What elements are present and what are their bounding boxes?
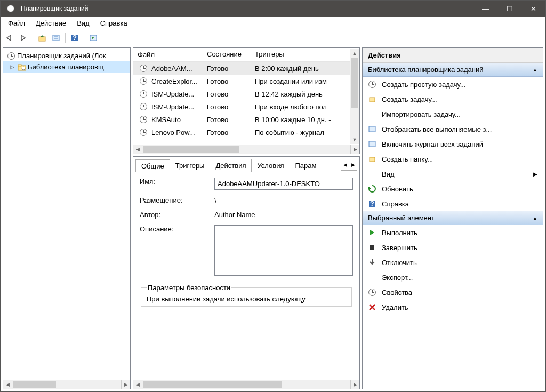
properties-button[interactable] — [50, 32, 62, 44]
tab-params[interactable]: Парам — [290, 159, 323, 172]
action-label: Создать задачу... — [382, 95, 537, 103]
svg-rect-1 — [53, 35, 59, 41]
menu-help[interactable]: Справка — [95, 17, 133, 29]
action-item[interactable]: Удалить — [363, 300, 543, 315]
actions-section-selected[interactable]: Выбранный элемент ▲ — [363, 211, 543, 225]
minimize-button[interactable]: ― — [473, 1, 497, 17]
window: Планировщик заданий ― ☐ ✕ Файл Действие … — [0, 0, 546, 392]
tab-actions[interactable]: Действия — [210, 159, 252, 172]
svg-rect-11 — [369, 126, 375, 132]
scroll-left-icon[interactable]: ◀ — [133, 380, 142, 389]
actions-section-library[interactable]: Библиотека планировщика заданий ▲ — [363, 63, 543, 77]
task-name: CreateExplor... — [151, 77, 197, 85]
tree: Планировщик заданий (Лок ▷ Библиотека пл… — [3, 48, 130, 380]
action-item[interactable]: ?Справка — [363, 196, 543, 211]
tab-spin: ◀ ▶ — [341, 159, 357, 172]
action-item[interactable]: Включить журнал всех заданий — [363, 137, 543, 151]
actions-header: Действия — [363, 48, 543, 63]
scroll-left-icon[interactable]: ◀ — [133, 145, 142, 154]
action-item[interactable]: Экспорт... — [363, 270, 543, 285]
task-trigger: В 10:00 каждые 10 дн. - — [251, 116, 359, 124]
col-state[interactable]: Состояние — [203, 48, 251, 61]
maximize-button[interactable]: ☐ — [497, 1, 521, 17]
menu-file[interactable]: Файл — [3, 17, 30, 29]
action-label: Справка — [382, 200, 537, 208]
clock-icon — [139, 102, 148, 111]
task-row[interactable]: KMSAutoГотовоВ 10:00 каждые 10 дн. - — [133, 113, 359, 126]
action-icon: ? — [368, 199, 376, 208]
tree-library[interactable]: ▷ Библиотека планировщ — [3, 61, 130, 73]
tree-root[interactable]: Планировщик заданий (Лок — [3, 50, 130, 61]
task-name: ISM-Update... — [151, 103, 194, 111]
action-item[interactable]: Выполнить — [363, 225, 543, 240]
action-icon — [368, 288, 376, 297]
action-item[interactable]: Обновить — [363, 181, 543, 196]
back-button[interactable] — [4, 32, 15, 44]
value-author: Author Name — [214, 211, 255, 219]
help-button[interactable]: ? — [69, 32, 81, 44]
tab-triggers[interactable]: Триггеры — [170, 159, 211, 172]
tab-conditions[interactable]: Условия — [251, 159, 290, 172]
task-columns: Файл Состояние Триггеры — [133, 48, 359, 62]
up-folder-button[interactable] — [36, 32, 48, 44]
details-hscroll[interactable]: ◀ ▶ — [133, 380, 359, 389]
task-row[interactable]: Lenovo Pow...ГотовоПо событию - журнал — [133, 126, 359, 139]
value-location: \ — [214, 196, 216, 204]
action-label: Отображать все выполняемые з... — [382, 125, 537, 133]
action-label: Отключить — [382, 259, 537, 267]
separator — [33, 33, 33, 43]
task-row[interactable]: CreateExplor...ГотовоПри создании или из… — [133, 75, 359, 87]
action-item[interactable]: Создать папку... — [363, 151, 543, 166]
clock-icon — [139, 128, 148, 137]
action-item[interactable]: Отключить — [363, 255, 543, 270]
action-item[interactable]: Вид▶ — [363, 166, 543, 181]
action-item[interactable]: Импортировать задачу... — [363, 107, 543, 122]
tab-general[interactable]: Общие — [135, 159, 170, 172]
collapse-icon[interactable]: ▲ — [533, 67, 537, 73]
task-vscroll[interactable]: ▲ ▼ — [350, 49, 359, 144]
menu-view[interactable]: Вид — [71, 17, 95, 29]
task-hscroll[interactable]: ◀ ▶ — [133, 145, 359, 154]
action-label: Обновить — [382, 185, 537, 193]
titlebar: Планировщик заданий ― ☐ ✕ — [1, 1, 545, 17]
scroll-down-icon[interactable]: ▼ — [350, 135, 359, 144]
scroll-right-icon[interactable]: ▶ — [350, 380, 359, 389]
details-pane: Общие Триггеры Действия Условия Парам ◀ … — [133, 156, 360, 389]
action-item[interactable]: Завершить — [363, 240, 543, 255]
forward-button[interactable] — [18, 32, 29, 44]
scroll-right-icon[interactable]: ▶ — [350, 145, 359, 154]
scroll-left-icon[interactable]: ◀ — [3, 380, 12, 389]
action-item[interactable]: Свойства — [363, 285, 543, 300]
tab-next-button[interactable]: ▶ — [349, 159, 357, 171]
run-button[interactable] — [87, 32, 99, 44]
label-name: Имя: — [140, 178, 214, 190]
field-description[interactable] — [214, 225, 353, 276]
task-list-pane: Файл Состояние Триггеры AdobeAAM...Готов… — [133, 47, 360, 154]
action-item[interactable]: Создать задачу... — [363, 92, 543, 107]
field-name[interactable] — [214, 178, 353, 190]
action-icon — [368, 273, 376, 282]
action-icon — [368, 303, 376, 311]
scroll-right-icon[interactable]: ▶ — [121, 380, 130, 389]
details-tabs: Общие Триггеры Действия Условия Парам ◀ … — [133, 157, 359, 172]
menu-action[interactable]: Действие — [30, 17, 71, 29]
action-item[interactable]: Отображать все выполняемые з... — [363, 122, 543, 137]
task-name: AdobeAAM... — [151, 65, 192, 73]
scroll-up-icon[interactable]: ▲ — [350, 49, 359, 58]
action-label: Импортировать задачу... — [382, 110, 537, 118]
task-row[interactable]: AdobeAAM...ГотовоВ 2:00 каждый день — [133, 62, 359, 75]
collapse-icon[interactable]: ▲ — [533, 215, 537, 221]
task-row[interactable]: ISM-Update...ГотовоВ 12:42 каждый день — [133, 87, 359, 100]
col-triggers[interactable]: Триггеры — [251, 48, 359, 61]
tree-hscroll[interactable]: ◀ ▶ — [3, 380, 130, 389]
tab-prev-button[interactable]: ◀ — [341, 159, 349, 171]
svg-text:?: ? — [370, 200, 374, 207]
action-icon — [368, 140, 376, 148]
col-file[interactable]: Файл — [133, 48, 203, 61]
expand-icon[interactable]: ▷ — [9, 64, 16, 70]
close-button[interactable]: ✕ — [521, 1, 545, 17]
svg-text:?: ? — [73, 34, 77, 42]
task-row[interactable]: ISM-Update...ГотовоПри входе любого пол — [133, 100, 359, 113]
svg-rect-10 — [370, 98, 375, 102]
action-item[interactable]: Создать простую задачу... — [363, 77, 543, 92]
